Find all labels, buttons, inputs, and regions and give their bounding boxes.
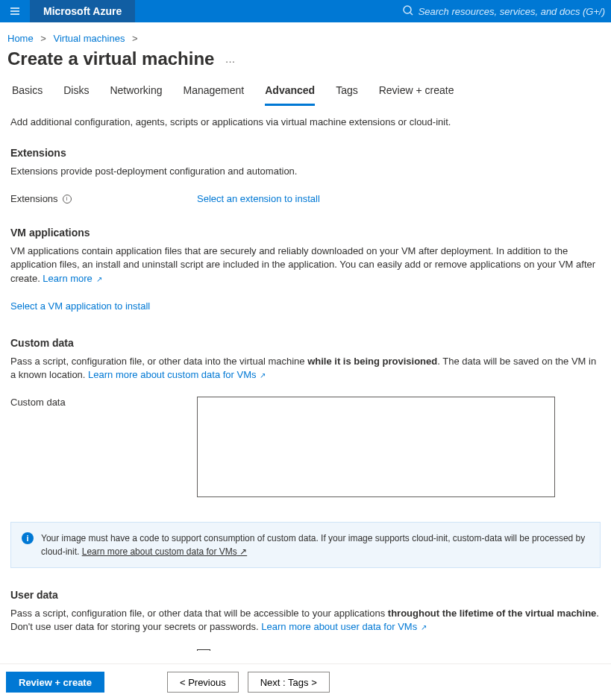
tab-disks[interactable]: Disks — [63, 80, 89, 105]
user-data-heading: User data — [10, 589, 601, 601]
tab-management[interactable]: Management — [184, 80, 245, 105]
brand-label[interactable]: Microsoft Azure — [30, 0, 135, 22]
user-data-learn-more-link[interactable]: Learn more about user data for VMs ↗ — [261, 621, 427, 632]
page-title: Create a virtual machine — [7, 48, 214, 69]
external-link-icon: ↗ — [258, 371, 266, 379]
tab-networking[interactable]: Networking — [110, 80, 162, 105]
info-icon[interactable]: i — [63, 195, 72, 204]
search-placeholder: Search resources, services, and docs (G+… — [419, 6, 605, 17]
content-area: Add additional configuration, agents, sc… — [0, 106, 611, 651]
extensions-heading: Extensions — [10, 147, 601, 159]
custom-data-learn-more-link[interactable]: Learn more about custom data for VMs ↗ — [88, 369, 266, 380]
section-extensions: Extensions Extensions provide post-deplo… — [10, 147, 601, 204]
breadcrumb-virtual-machines[interactable]: Virtual machines — [54, 33, 125, 44]
custom-data-field-label: Custom data — [10, 397, 197, 408]
tab-advanced[interactable]: Advanced — [265, 80, 315, 106]
previous-button[interactable]: < Previous — [167, 672, 239, 693]
review-create-button[interactable]: Review + create — [6, 672, 104, 693]
enable-user-data-checkbox[interactable] — [197, 649, 210, 652]
info-box: i Your image must have a code to support… — [10, 522, 601, 568]
select-extension-link[interactable]: Select an extension to install — [197, 193, 320, 204]
footer-bar: Review + create < Previous Next : Tags > — [0, 663, 611, 700]
chevron-right-icon: > — [40, 33, 46, 44]
custom-data-heading: Custom data — [10, 337, 601, 349]
section-vm-applications: VM applications VM applications contain … — [10, 227, 601, 312]
vm-apps-learn-more-link[interactable]: Learn more ↗ — [43, 273, 101, 284]
vm-apps-heading: VM applications — [10, 227, 601, 239]
info-box-learn-more-link[interactable]: Learn more about custom data for VMs ↗ — [82, 546, 247, 557]
info-icon: i — [22, 532, 34, 544]
breadcrumb-home[interactable]: Home — [7, 33, 34, 44]
extensions-field-label: Extensions i — [10, 193, 197, 204]
select-vm-application-link[interactable]: Select a VM application to install — [10, 300, 150, 312]
section-user-data: User data Pass a script, configuration f… — [10, 589, 601, 651]
section-custom-data: Custom data Pass a script, configuration… — [10, 337, 601, 499]
enable-user-data-label: Enable user data — [10, 649, 197, 652]
tab-basics[interactable]: Basics — [12, 80, 43, 105]
tab-review-create[interactable]: Review + create — [379, 80, 454, 105]
next-button[interactable]: Next : Tags > — [248, 672, 330, 693]
top-bar: Microsoft Azure Search resources, servic… — [0, 0, 611, 22]
intro-text: Add additional configuration, agents, sc… — [10, 116, 601, 127]
user-data-desc: Pass a script, configuration file, or ot… — [10, 607, 601, 634]
external-link-icon: ↗ — [94, 275, 102, 283]
extensions-desc: Extensions provide post-deployment confi… — [10, 165, 601, 178]
chevron-right-icon: > — [132, 33, 138, 44]
svg-point-0 — [404, 6, 411, 13]
more-actions-icon[interactable]: … — [225, 53, 236, 65]
tab-bar: Basics Disks Networking Management Advan… — [0, 80, 611, 106]
menu-icon[interactable] — [0, 0, 30, 22]
external-link-icon: ↗ — [419, 623, 427, 631]
custom-data-desc: Pass a script, configuration file, or ot… — [10, 355, 601, 382]
vm-apps-desc: VM applications contain application file… — [10, 245, 601, 286]
breadcrumb: Home > Virtual machines > — [0, 22, 611, 47]
external-link-icon: ↗ — [237, 546, 247, 557]
global-search[interactable]: Search resources, services, and docs (G+… — [396, 0, 611, 22]
tab-tags[interactable]: Tags — [336, 80, 358, 105]
custom-data-textarea[interactable] — [197, 397, 555, 497]
search-icon — [402, 4, 414, 19]
page-title-row: Create a virtual machine … — [0, 47, 611, 80]
